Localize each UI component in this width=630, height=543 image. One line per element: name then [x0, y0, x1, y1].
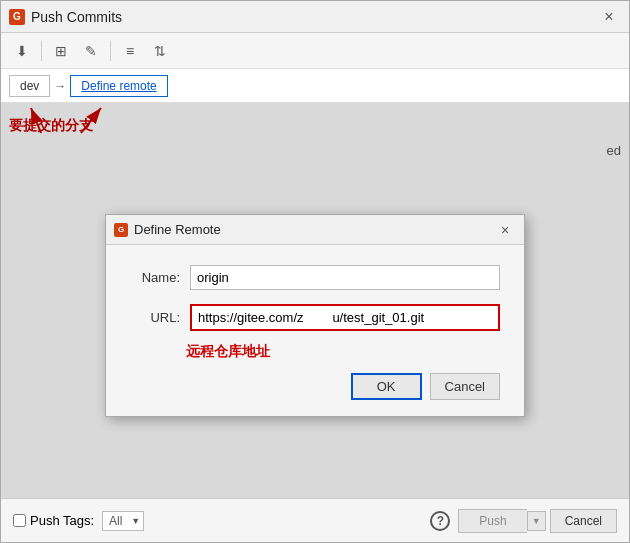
branch-arrow: →	[54, 79, 66, 93]
main-content: ed 要提交的分支 G	[1, 103, 629, 498]
branch-bar: dev → Define remote	[1, 69, 629, 103]
name-row: Name:	[130, 265, 500, 290]
ok-button[interactable]: OK	[351, 373, 422, 400]
url-label: URL:	[130, 310, 180, 325]
push-tags-section: Push Tags: All	[13, 511, 144, 531]
sort-icon[interactable]: ⇅	[147, 38, 173, 64]
toolbar-separator-2	[110, 41, 111, 61]
main-window: G Push Commits × ⬇ ⊞ ✎ ≡ ⇅ dev → Define …	[0, 0, 630, 543]
dialog-app-icon: G	[114, 223, 128, 237]
push-tags-checkbox[interactable]	[13, 514, 26, 527]
name-input[interactable]	[190, 265, 500, 290]
push-tags-label: Push Tags:	[30, 513, 94, 528]
define-remote-dialog: G Define Remote × Name: URL:	[105, 214, 525, 417]
toolbar-separator	[41, 41, 42, 61]
dialog-title: Define Remote	[134, 222, 221, 237]
cancel-button[interactable]: Cancel	[550, 509, 617, 533]
help-icon[interactable]: ?	[430, 511, 450, 531]
push-tags-checkbox-container: Push Tags:	[13, 513, 94, 528]
url-annotation-wrapper: 远程仓库地址	[186, 343, 500, 361]
name-label: Name:	[130, 270, 180, 285]
push-button-group: Push ▼	[458, 509, 545, 533]
window-title: Push Commits	[31, 9, 122, 25]
edit-icon[interactable]: ✎	[78, 38, 104, 64]
dialog-overlay: G Define Remote × Name: URL:	[1, 103, 629, 498]
url-input[interactable]	[190, 304, 500, 331]
grid-icon[interactable]: ⊞	[48, 38, 74, 64]
push-tags-select-wrapper: All	[102, 511, 144, 531]
dialog-title-left: G Define Remote	[114, 222, 221, 237]
define-remote-link[interactable]: Define remote	[70, 75, 167, 97]
dialog-titlebar: G Define Remote ×	[106, 215, 524, 245]
bottom-bar: Push Tags: All ? Push ▼ Cancel	[1, 498, 629, 542]
dialog-close-button[interactable]: ×	[494, 219, 516, 241]
dialog-cancel-button[interactable]: Cancel	[430, 373, 500, 400]
dialog-body: Name: URL:	[106, 245, 524, 351]
title-bar: G Push Commits ×	[1, 1, 629, 33]
fetch-icon[interactable]: ⬇	[9, 38, 35, 64]
title-bar-left: G Push Commits	[9, 9, 122, 25]
dialog-footer: OK Cancel	[106, 365, 524, 416]
push-dropdown-button[interactable]: ▼	[527, 511, 546, 531]
bottom-right: ? Push ▼ Cancel	[430, 509, 617, 533]
branch-button[interactable]: dev	[9, 75, 50, 97]
align-icon[interactable]: ≡	[117, 38, 143, 64]
window-close-button[interactable]: ×	[597, 5, 621, 29]
push-tags-select[interactable]: All	[102, 511, 144, 531]
url-row: URL:	[130, 304, 500, 331]
push-button[interactable]: Push	[458, 509, 526, 533]
toolbar: ⬇ ⊞ ✎ ≡ ⇅	[1, 33, 629, 69]
app-icon: G	[9, 9, 25, 25]
url-annotation: 远程仓库地址	[186, 343, 270, 359]
